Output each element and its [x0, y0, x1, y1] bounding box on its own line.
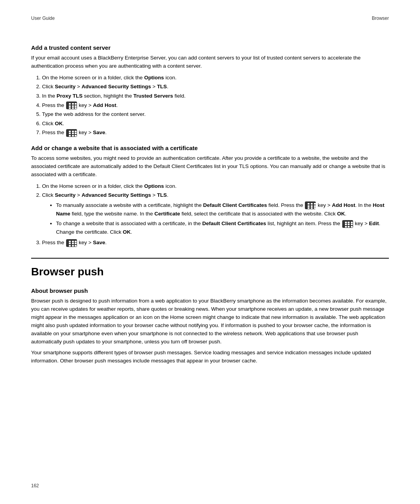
- bullet1-bold2: Add Host: [332, 202, 355, 208]
- s2-step3-end: .: [105, 240, 107, 245]
- s2-step1-plain: On the Home screen or in a folder, click…: [42, 183, 144, 189]
- section1-step7: Press the key > Save.: [42, 128, 389, 137]
- s2-step2-plain: Click: [42, 192, 55, 198]
- section1-step1: On the Home screen or in a folder, click…: [42, 74, 389, 82]
- section-add-change-cert: Add or change a website that is associat…: [31, 145, 389, 247]
- page: User Guide Browser Add a trusted content…: [0, 0, 420, 504]
- menu-key-grid-3: [306, 202, 317, 210]
- s2-step2-after: .: [167, 192, 168, 198]
- s2-step1: On the Home screen or in a folder, click…: [42, 182, 389, 191]
- section1-heading: Add a trusted content server: [31, 44, 389, 51]
- s2-step2-bold3: TLS: [157, 192, 167, 198]
- page-header: User Guide Browser: [31, 16, 389, 21]
- bullet2-bold2: Edit: [369, 220, 379, 226]
- bullet2-bold3: OK: [123, 229, 131, 235]
- s2-step2: Click Security > Advanced Security Setti…: [42, 191, 389, 236]
- bullet1-text4: . In the: [355, 202, 373, 208]
- section2-heading: Add or change a website that is associat…: [31, 145, 389, 151]
- bullet1-text2: field. Press the: [267, 202, 305, 208]
- step7-plain: Press the: [42, 130, 66, 135]
- dot8: [72, 107, 74, 109]
- step1-text-bold: Options: [144, 75, 164, 80]
- menu-key-grid-2: [68, 130, 79, 137]
- section3-heading: About browser push: [31, 287, 389, 294]
- menu-key-icon-3: [305, 201, 316, 209]
- step4-end: .: [116, 102, 118, 108]
- s2-step3-plain: Press the: [42, 240, 66, 245]
- d9: [75, 135, 77, 136]
- step7-bold: Save: [93, 130, 105, 135]
- chapter-heading: Browser push: [31, 258, 389, 278]
- d6: [75, 133, 77, 134]
- step3-mid: section, highlight the: [82, 93, 133, 99]
- step2-sep1: >: [75, 84, 81, 89]
- s2-step2-bullets: To manually associate a website with a c…: [56, 201, 389, 236]
- step1-text-plain: On the Home screen or in a folder, click…: [42, 75, 144, 80]
- step2-after: .: [167, 84, 168, 89]
- dot9: [75, 107, 77, 109]
- step3-plain1: In the: [42, 93, 57, 99]
- step2-sep2: >: [151, 84, 157, 89]
- step7-end: .: [105, 130, 107, 135]
- section1-step4: Press the key > Add Host.: [42, 101, 389, 110]
- d4: [69, 133, 71, 134]
- step4-bold: Add Host: [93, 102, 116, 108]
- s2-bullet1: To manually associate a website with a c…: [56, 201, 389, 218]
- step4-after-key: key >: [79, 102, 93, 108]
- section1-step2: Click Security > Advanced Security Setti…: [42, 82, 389, 91]
- menu-key-icon-5: [66, 239, 77, 247]
- step5-plain: Type the web address for the content ser…: [42, 111, 145, 117]
- step2-bold1: Security: [55, 84, 75, 89]
- step6-plain: Click: [42, 121, 55, 126]
- bullet1-text1: To manually associate a website with a c…: [56, 202, 203, 208]
- step4-plain: Press the: [42, 102, 66, 108]
- section-add-trusted-server: Add a trusted content server If your ema…: [31, 44, 389, 137]
- bullet2-bold1: Default Client Certificates: [202, 220, 266, 226]
- step6-after: .: [63, 121, 64, 126]
- dot2: [72, 103, 74, 105]
- section2-intro: To access some websites, you might need …: [31, 154, 389, 179]
- bullet1-bold4: Certificate: [154, 211, 180, 217]
- step2-bold3: TLS: [157, 84, 167, 89]
- d1: [69, 131, 71, 132]
- d2: [72, 131, 74, 132]
- bullet1-text3: key >: [318, 202, 332, 208]
- s2-step3-bold: Save: [93, 240, 105, 245]
- step7-after-key: key >: [79, 130, 93, 135]
- step2-text-plain: Click: [42, 84, 55, 89]
- section3-para1: Browser push is designed to push informa…: [31, 297, 389, 346]
- dot4: [69, 105, 71, 107]
- section2-steps: On the Home screen or in a folder, click…: [42, 182, 389, 247]
- bullet1-text6: field, select the certificate that is as…: [180, 211, 337, 217]
- section-about-browser-push: About browser push Browser push is desig…: [31, 287, 389, 365]
- page-number: 162: [31, 483, 39, 488]
- menu-key-grid-4: [344, 220, 355, 228]
- step3-after: field.: [173, 93, 186, 99]
- step3-bold2: Trusted Servers: [133, 93, 173, 99]
- step2-bold2: Advanced Security Settings: [82, 84, 151, 89]
- dot1: [69, 103, 71, 105]
- section1-step5: Type the web address for the content ser…: [42, 110, 389, 119]
- s2-step3: Press the key > Save.: [42, 238, 389, 247]
- s2-step1-after: icon.: [164, 183, 177, 189]
- d5: [72, 133, 74, 134]
- s2-bullet2: To change a website that is associated w…: [56, 219, 389, 236]
- s2-step2-sep1: >: [75, 192, 81, 198]
- step1-text-after: icon.: [164, 75, 177, 80]
- header-left: User Guide: [31, 16, 55, 21]
- section1-step3: In the Proxy TLS section, highlight the …: [42, 92, 389, 100]
- section3-para2: Your smartphone supports different types…: [31, 349, 389, 365]
- step6-bold: OK: [55, 121, 63, 126]
- s2-step2-sep2: >: [151, 192, 157, 198]
- dot3: [75, 103, 77, 105]
- menu-key-icon-2: [66, 129, 77, 137]
- bullet1-text5: field, type the website name. In the: [70, 211, 154, 217]
- section1-steps: On the Home screen or in a folder, click…: [42, 74, 389, 137]
- section1-step6: Click OK.: [42, 119, 389, 128]
- step3-bold1: Proxy TLS: [57, 93, 83, 99]
- bullet1-text7: .: [345, 211, 346, 217]
- menu-key-icon: [66, 102, 77, 109]
- s2-step3-after-key: key >: [79, 240, 93, 245]
- bullet2-text3: key >: [355, 220, 369, 226]
- s2-step1-bold: Options: [144, 183, 164, 189]
